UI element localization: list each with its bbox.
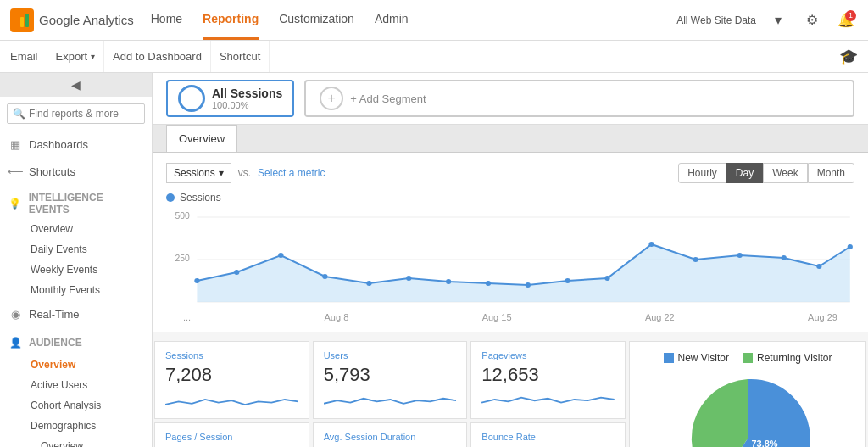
svg-point-16 — [486, 281, 491, 286]
top-nav: Google Analytics Home Reporting Customiz… — [0, 0, 868, 41]
sidebar-item-overview-audience[interactable]: Overview — [24, 355, 152, 375]
site-label: All Web Site Data — [676, 14, 756, 26]
notif-badge: 1 — [845, 10, 856, 21]
stat-pages-session-label: Pages / Session — [165, 432, 298, 442]
search-input[interactable] — [29, 108, 139, 120]
pie-area: New Visitor Returning Visitor — [629, 341, 866, 447]
x-label-2: Aug 15 — [482, 312, 512, 322]
dashboards-label: Dashboards — [29, 138, 88, 151]
sidebar-item-cohort[interactable]: Cohort Analysis — [24, 395, 152, 416]
segment-circle — [178, 85, 205, 112]
dashboards-icon: ▦ — [7, 136, 24, 153]
main-layout: ◀ 🔍 ▦ Dashboards ⟵ Shortcuts 💡 Intellige… — [0, 73, 868, 447]
overview-tab-bar: Overview — [153, 125, 868, 153]
segment-pct: 100.00% — [212, 100, 282, 110]
svg-point-10 — [234, 270, 239, 275]
x-label-4: Aug 29 — [808, 312, 837, 322]
realtime-label: Real-Time — [29, 308, 79, 321]
sidebar-group-audience: 👤 Audience — [0, 327, 152, 355]
sidebar-item-dashboards[interactable]: ▦ Dashboards — [0, 131, 152, 158]
stat-avg-session: Avg. Session Duration 00:01:53 — [313, 422, 468, 447]
x-label-3: Aug 22 — [645, 312, 675, 322]
sidebar-item-weekly-events[interactable]: Weekly Events — [24, 260, 152, 280]
svg-rect-2 — [25, 14, 29, 27]
metric-dropdown-icon: ▾ — [219, 167, 224, 179]
returning-visitor-label: Returning Visitor — [757, 352, 832, 364]
sidebar: ◀ 🔍 ▦ Dashboards ⟵ Shortcuts 💡 Intellige… — [0, 73, 153, 447]
stat-sessions: Sessions 7,208 — [154, 341, 309, 419]
sidebar-item-daily-events[interactable]: Daily Events — [24, 239, 152, 260]
line-chart-wrapper: 500 250 — [166, 209, 854, 310]
search-box[interactable]: 🔍 — [7, 103, 145, 124]
sidebar-item-realtime[interactable]: ◉ Real-Time — [0, 300, 152, 327]
chart-area: Sessions ▾ vs. Select a metric Hourly Da… — [153, 153, 868, 332]
new-visitor-dot — [664, 353, 674, 363]
nav-customization[interactable]: Customization — [279, 0, 354, 40]
shortcuts-icon: ⟵ — [7, 163, 24, 180]
tab-overview[interactable]: Overview — [166, 125, 237, 152]
x-label-0: ... — [183, 312, 191, 322]
stats-left: Sessions 7,208 Users 5,793 — [153, 339, 627, 447]
email-button[interactable]: Email — [10, 41, 47, 72]
audience-label[interactable]: Audience — [29, 337, 82, 349]
vs-text: vs. — [238, 167, 251, 179]
select-metric-link[interactable]: Select a metric — [258, 167, 325, 179]
svg-point-25 — [848, 244, 853, 249]
returning-visitor-legend: Returning Visitor — [743, 352, 832, 364]
add-to-dashboard-button[interactable]: Add to Dashboard — [104, 41, 211, 72]
svg-point-22 — [737, 253, 743, 258]
svg-point-21 — [693, 257, 698, 262]
new-visitor-pct-label: 73.8% — [751, 439, 777, 447]
sidebar-toggle[interactable]: ◀ — [0, 73, 152, 97]
week-btn[interactable]: Week — [763, 163, 807, 183]
dropdown-icon[interactable]: ▾ — [766, 8, 790, 32]
nav-reporting[interactable]: Reporting — [203, 0, 259, 40]
sidebar-group-intelligence: 💡 Intelligence Events — [0, 185, 152, 219]
nav-admin[interactable]: Admin — [375, 0, 409, 40]
svg-rect-1 — [20, 17, 24, 27]
intelligence-subnav: Overview Daily Events Weekly Events Mont… — [0, 219, 152, 300]
all-sessions-segment[interactable]: All Sessions 100.00% — [166, 80, 294, 117]
svg-point-15 — [446, 279, 451, 284]
chart-legend: Sessions — [166, 192, 854, 204]
export-dropdown-icon: ▾ — [91, 52, 95, 61]
graduation-cap-icon: 🎓 — [839, 47, 858, 66]
svg-point-20 — [648, 242, 654, 247]
google-analytics-logo — [10, 8, 34, 32]
export-button[interactable]: Export ▾ — [47, 41, 105, 72]
stats-bottom: Sessions 7,208 Users 5,793 — [153, 339, 868, 447]
segment-label: All Sessions — [212, 87, 282, 100]
sidebar-item-demographics-overview[interactable]: Overview — [34, 436, 152, 447]
stat-sessions-sparkline — [165, 389, 298, 410]
svg-rect-0 — [15, 20, 19, 27]
sidebar-item-shortcuts[interactable]: ⟵ Shortcuts — [0, 158, 152, 185]
audience-subnav: Overview Active Users Cohort Analysis De… — [0, 355, 152, 447]
logo-text: Google Analytics — [39, 13, 134, 27]
svg-point-23 — [782, 255, 787, 260]
svg-text:250: 250 — [175, 254, 190, 263]
nav-home[interactable]: Home — [151, 0, 182, 40]
stat-bounce: Bounce Rate 71.02% — [470, 422, 626, 447]
notifications-icon[interactable]: 🔔 1 — [834, 8, 858, 32]
sidebar-item-overview-intel[interactable]: Overview — [24, 219, 152, 239]
chart-controls: Sessions ▾ vs. Select a metric Hourly Da… — [166, 163, 854, 183]
svg-point-19 — [604, 276, 609, 281]
add-segment-btn[interactable]: + + Add Segment — [304, 80, 854, 117]
sidebar-item-monthly-events[interactable]: Monthly Events — [24, 280, 152, 300]
gear-icon[interactable]: ⚙ — [800, 8, 824, 32]
month-btn[interactable]: Month — [808, 163, 854, 183]
sidebar-item-demographics[interactable]: Demographics — [24, 416, 152, 436]
svg-marker-8 — [197, 244, 849, 302]
day-btn[interactable]: Day — [726, 163, 763, 183]
audience-icon: 👤 — [7, 334, 24, 351]
sidebar-item-active-users[interactable]: Active Users — [24, 375, 152, 395]
shortcut-button[interactable]: Shortcut — [211, 41, 270, 72]
svg-point-12 — [322, 274, 327, 279]
time-buttons: Hourly Day Week Month — [678, 163, 854, 183]
stat-pageviews-sparkline — [481, 389, 615, 410]
stat-avg-session-label: Avg. Session Duration — [324, 432, 457, 442]
sessions-metric-select[interactable]: Sessions ▾ — [166, 163, 231, 183]
hourly-btn[interactable]: Hourly — [678, 163, 726, 183]
nav-right: All Web Site Data ▾ ⚙ 🔔 1 — [676, 8, 858, 32]
intelligence-label[interactable]: Intelligence Events — [29, 192, 145, 215]
